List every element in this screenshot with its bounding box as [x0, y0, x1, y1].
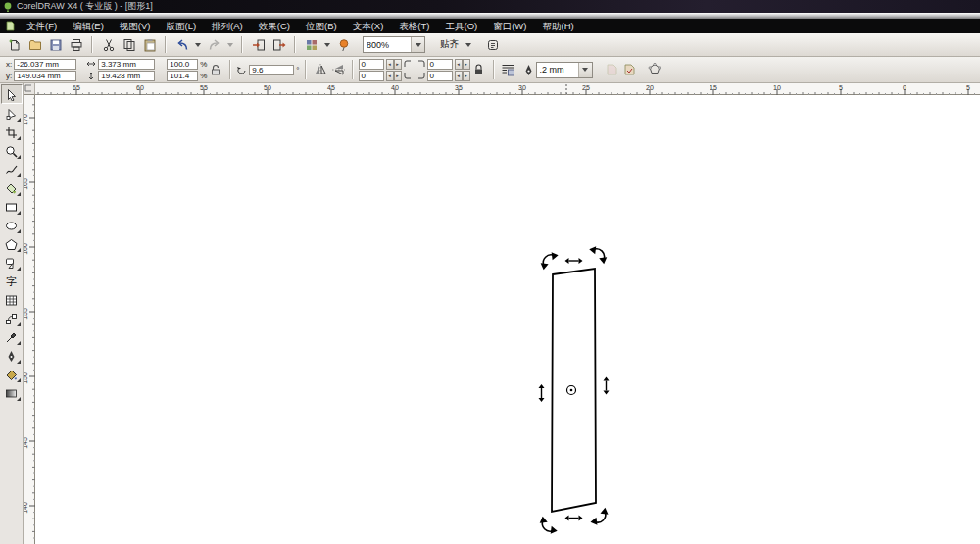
percent-label: %: [200, 60, 207, 69]
object-height-field[interactable]: 19.428 mm: [98, 71, 155, 81]
width-icon: [86, 60, 96, 68]
fill-tool[interactable]: [2, 366, 22, 383]
symmetry-button-2[interactable]: [620, 61, 638, 78]
skew-handle-right[interactable]: [604, 377, 610, 395]
skew-handle-left[interactable]: [539, 384, 545, 402]
rotation-angle-field[interactable]: 9.6: [249, 65, 294, 75]
corner-radius-bl-field[interactable]: 0: [359, 71, 384, 81]
welcome-screen-button[interactable]: [334, 35, 353, 54]
flyout-icon: [17, 229, 21, 233]
ruler-origin-icon: [24, 83, 33, 93]
standard-toolbar: 800% 贴齐: [0, 33, 980, 57]
snap-to-button[interactable]: 贴齐: [437, 38, 462, 51]
lock-corners-button[interactable]: [470, 61, 488, 78]
paste-button[interactable]: [140, 35, 159, 54]
vertical-ruler[interactable]: 170165160155150145140: [24, 95, 35, 544]
mirror-horizontal-button[interactable]: [312, 61, 329, 78]
import-button[interactable]: [249, 35, 268, 54]
menu-item-5[interactable]: 效果(C): [251, 19, 298, 33]
rotate-handle-tl[interactable]: [541, 252, 559, 270]
application-launcher-button[interactable]: [302, 35, 320, 54]
snap-dropdown-icon[interactable]: [466, 43, 471, 47]
freehand-tool[interactable]: [2, 161, 22, 178]
menu-item-9[interactable]: 工具(O): [437, 19, 485, 33]
scale-x-field[interactable]: 100.0: [167, 59, 198, 70]
corner-radius-tl-field[interactable]: 0: [359, 59, 384, 70]
menu-item-4[interactable]: 排列(A): [204, 19, 251, 33]
redo-dropdown-icon[interactable]: [227, 43, 233, 47]
selected-shape-layer[interactable]: [35, 95, 980, 544]
flyout-icon: [17, 192, 21, 196]
pick-tool[interactable]: [1, 84, 23, 104]
rotate-handle-bl[interactable]: [540, 517, 558, 534]
menu-item-11[interactable]: 帮助(H): [534, 19, 581, 33]
undo-button[interactable]: [172, 35, 191, 54]
ruler-origin-corner[interactable]: [24, 83, 35, 95]
print-button[interactable]: [67, 35, 85, 54]
y-position-field[interactable]: 149.034 mm: [14, 71, 76, 81]
redo-button[interactable]: [205, 35, 223, 54]
save-button[interactable]: [46, 35, 65, 54]
text-tool[interactable]: 字: [2, 272, 22, 290]
corner-bl-stepper[interactable]: ◂▸: [386, 71, 402, 81]
corner-br-stepper[interactable]: ◂▸: [455, 71, 470, 81]
outline-width-icon: [523, 64, 534, 76]
menu-item-2[interactable]: 视图(V): [112, 19, 159, 33]
corner-radius-br-field[interactable]: 0: [427, 71, 453, 81]
corner-tl-stepper[interactable]: ◂▸: [386, 59, 402, 70]
launcher-dropdown-icon[interactable]: [324, 43, 330, 47]
menu-item-6[interactable]: 位图(B): [298, 19, 345, 33]
crop-tool[interactable]: [2, 124, 22, 141]
corner-bl-icon: [404, 72, 412, 79]
menu-item-7[interactable]: 文本(X): [345, 19, 392, 33]
eyedropper-tool[interactable]: [2, 328, 22, 346]
convert-to-curves-button[interactable]: [646, 61, 663, 78]
drawing-canvas[interactable]: [35, 95, 980, 544]
table-tool[interactable]: [2, 291, 22, 309]
rotation-center-marker[interactable]: [567, 386, 576, 395]
lock-ratio-button[interactable]: [207, 61, 224, 78]
menu-item-3[interactable]: 版面(L): [158, 19, 204, 33]
svg-text:65: 65: [73, 84, 80, 91]
svg-text:145: 145: [24, 437, 28, 449]
open-button[interactable]: [25, 35, 44, 54]
mirror-vertical-button[interactable]: [329, 61, 347, 78]
basic-shapes-tool[interactable]: [2, 254, 22, 272]
object-width-field[interactable]: 3.373 mm: [98, 59, 155, 70]
skew-handle-bottom[interactable]: [565, 516, 583, 521]
horizontal-ruler[interactable]: 656055504540353025201510505: [35, 83, 980, 95]
ellipse-tool[interactable]: [2, 217, 22, 234]
symmetry-button-1[interactable]: [603, 61, 620, 78]
cut-button[interactable]: [99, 35, 118, 54]
menu-item-0[interactable]: 文件(F): [19, 19, 65, 33]
height-icon: [86, 72, 96, 80]
outline-pen-tool[interactable]: [2, 347, 22, 365]
rotate-handle-br[interactable]: [590, 508, 608, 525]
copy-button[interactable]: [120, 35, 138, 54]
svg-text:55: 55: [200, 84, 208, 91]
polygon-tool[interactable]: [2, 235, 22, 253]
outline-width-combo[interactable]: .2 mm: [536, 62, 593, 78]
wrap-paragraph-text-button[interactable]: [500, 61, 517, 78]
menu-item-1[interactable]: 编辑(E): [65, 19, 112, 33]
zoom-tool[interactable]: [2, 142, 22, 160]
selected-shape[interactable]: [552, 269, 596, 512]
undo-dropdown-icon[interactable]: [195, 43, 201, 47]
new-document-button[interactable]: [5, 35, 24, 54]
smart-fill-tool[interactable]: [2, 179, 22, 197]
zoom-level-combo[interactable]: 800%: [363, 36, 425, 53]
corner-tr-stepper[interactable]: ◂▸: [455, 59, 470, 70]
blend-tool[interactable]: [2, 310, 22, 327]
shape-edit-tool[interactable]: [2, 105, 22, 123]
interactive-fill-tool[interactable]: [2, 384, 22, 402]
rotate-handle-tr[interactable]: [589, 246, 607, 264]
rectangle-tool[interactable]: [2, 198, 22, 216]
x-position-field[interactable]: -26.037 mm: [14, 59, 76, 70]
export-button[interactable]: [270, 35, 288, 54]
scale-y-field[interactable]: 101.4: [167, 71, 198, 81]
corner-radius-tr-field[interactable]: 0: [427, 59, 453, 70]
options-button[interactable]: [483, 35, 502, 54]
menu-item-8[interactable]: 表格(T): [391, 19, 437, 33]
menu-item-10[interactable]: 窗口(W): [485, 19, 534, 33]
skew-handle-top[interactable]: [565, 258, 583, 264]
